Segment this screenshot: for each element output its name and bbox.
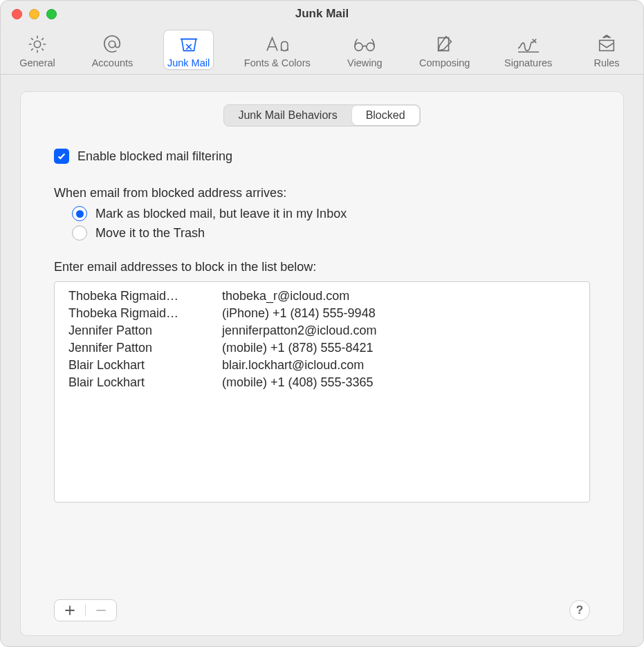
panel-footer: ? (54, 599, 590, 621)
tab-blocked[interactable]: Blocked (352, 106, 419, 125)
list-item[interactable]: Thobeka Rigmaid…(iPhone) +1 (814) 555-99… (55, 305, 589, 322)
help-button[interactable]: ? (569, 600, 590, 621)
plus-icon (64, 605, 75, 616)
toolbar-viewing[interactable]: Viewing (340, 30, 389, 70)
compose-icon (431, 32, 459, 56)
signature-icon (515, 32, 542, 56)
radio-move-to-trash-label: Move it to the Trash (95, 226, 205, 241)
svg-point-1 (109, 41, 116, 47)
blocked-panel: Junk Mail Behaviors Blocked Enable block… (20, 91, 624, 636)
radio-move-to-trash[interactable] (72, 225, 87, 241)
toolbar-junk-mail[interactable]: Junk Mail (163, 30, 214, 70)
blocked-addresses-list[interactable]: Thobeka Rigmaid…thobeka_r@icloud.comThob… (54, 281, 590, 503)
blocked-content: Enable blocked mail filtering When email… (21, 139, 623, 274)
minus-icon (95, 605, 107, 616)
blocked-info: (mobile) +1 (878) 555-8421 (222, 341, 576, 355)
toolbar-label: General (19, 57, 55, 68)
list-heading: Enter email addresses to block in the li… (54, 260, 590, 274)
rules-icon (593, 32, 620, 56)
svg-point-3 (367, 43, 374, 50)
zoom-window-button[interactable] (46, 9, 57, 19)
list-item[interactable]: Jennifer Pattonjenniferpatton2@icloud.co… (55, 322, 589, 339)
remove-button[interactable] (86, 600, 116, 621)
preferences-toolbar: General Accounts Junk Mail Fonts & Color… (1, 27, 643, 75)
list-item[interactable]: Blair Lockhartblair.lockhart@icloud.com (55, 357, 589, 374)
list-item[interactable]: Blair Lockhart(mobile) +1 (408) 555-3365 (55, 374, 589, 391)
toolbar-fonts-colors[interactable]: Fonts & Colors (240, 30, 315, 70)
toolbar-label: Signatures (504, 57, 552, 68)
window-controls (12, 9, 57, 19)
blocked-info: (mobile) +1 (408) 555-3365 (222, 375, 576, 390)
tab-junk-mail-behaviors[interactable]: Junk Mail Behaviors (224, 105, 351, 126)
svg-rect-4 (600, 40, 614, 50)
glasses-icon (351, 32, 378, 56)
list-item[interactable]: Jennifer Patton(mobile) +1 (878) 555-842… (55, 339, 589, 357)
blocked-info: thobeka_r@icloud.com (222, 289, 576, 303)
toolbar-label: Junk Mail (167, 57, 210, 68)
window-title: Junk Mail (295, 7, 349, 21)
toolbar-label: Accounts (92, 57, 134, 68)
subtabs: Junk Mail Behaviors Blocked (223, 104, 420, 126)
toolbar-label: Composing (419, 57, 470, 68)
add-remove-group (54, 599, 117, 621)
titlebar: Junk Mail (1, 1, 643, 27)
blocked-name: Thobeka Rigmaid… (68, 306, 207, 321)
minimize-window-button[interactable] (29, 9, 39, 19)
enable-blocked-filtering-checkbox[interactable] (54, 149, 69, 164)
preferences-window: Junk Mail General Accounts Junk Mail Fo (0, 0, 644, 647)
toolbar-rules[interactable]: Rules (582, 30, 631, 70)
enable-blocked-filtering-label: Enable blocked mail filtering (77, 149, 232, 164)
close-window-button[interactable] (12, 9, 22, 19)
radio-mark-as-blocked-label: Mark as blocked mail, but leave it in my… (95, 207, 347, 221)
blocked-info: jenniferpatton2@icloud.com (222, 324, 576, 338)
toolbar-general[interactable]: General (13, 30, 62, 70)
junk-mail-icon (175, 32, 203, 56)
toolbar-label: Fonts & Colors (244, 57, 311, 68)
gear-icon (24, 32, 51, 56)
radio-mark-as-blocked[interactable] (72, 206, 87, 221)
svg-point-2 (355, 43, 362, 50)
at-sign-icon (98, 32, 126, 56)
svg-point-0 (34, 41, 40, 47)
toolbar-signatures[interactable]: Signatures (500, 30, 556, 70)
toolbar-label: Rules (594, 57, 619, 68)
add-button[interactable] (55, 600, 85, 621)
blocked-info: (iPhone) +1 (814) 555-9948 (222, 306, 576, 321)
list-item[interactable]: Thobeka Rigmaid…thobeka_r@icloud.com (55, 288, 589, 305)
blocked-name: Jennifer Patton (68, 324, 207, 338)
blocked-name: Blair Lockhart (68, 358, 207, 373)
toolbar-accounts[interactable]: Accounts (88, 30, 138, 70)
blocked-name: Thobeka Rigmaid… (68, 289, 207, 303)
toolbar-composing[interactable]: Composing (415, 30, 474, 70)
checkmark-icon (57, 151, 66, 161)
arrival-heading: When email from blocked address arrives: (54, 186, 590, 200)
blocked-info: blair.lockhart@icloud.com (222, 358, 576, 373)
fonts-icon (264, 32, 291, 56)
blocked-name: Blair Lockhart (68, 375, 207, 390)
blocked-name: Jennifer Patton (68, 341, 207, 355)
toolbar-label: Viewing (347, 57, 383, 68)
